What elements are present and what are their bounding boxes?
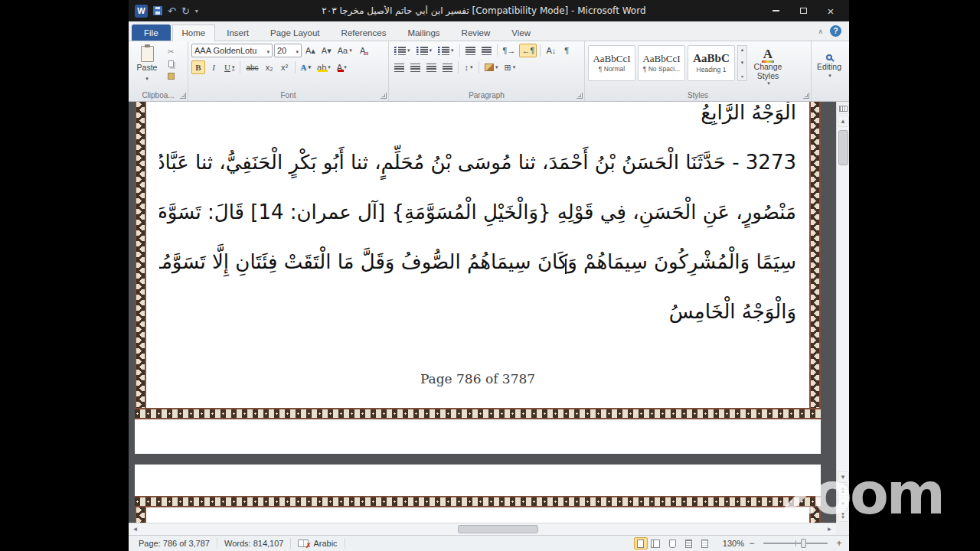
strikethrough-button[interactable]: abc bbox=[243, 60, 260, 74]
page-787-top[interactable] bbox=[135, 465, 821, 523]
tab-view[interactable]: View bbox=[501, 24, 541, 41]
shading-button[interactable] bbox=[482, 60, 501, 74]
styles-gallery-more-icon[interactable]: ▾ bbox=[741, 73, 743, 79]
superscript-button[interactable]: x² bbox=[278, 60, 292, 74]
ornamental-border-left-next-page bbox=[135, 507, 146, 523]
document-text[interactable]: الْوَجْهُ الرَّابِعُ 3273 - حَدَّثَنَا ا… bbox=[159, 102, 796, 337]
tab-mailings[interactable]: Mailings bbox=[397, 24, 449, 41]
collapse-ribbon-icon[interactable]: ∧ bbox=[818, 28, 823, 35]
show-paragraph-marks-button[interactable]: ¶ bbox=[560, 44, 573, 57]
zoom-level[interactable]: 130% bbox=[723, 539, 744, 548]
clear-formatting-button[interactable]: A bbox=[356, 44, 370, 57]
line-spacing-button[interactable]: ↕ bbox=[462, 60, 475, 74]
draft-view-button[interactable] bbox=[698, 537, 712, 549]
repeat-icon[interactable]: ↻ bbox=[181, 6, 190, 16]
style-normal[interactable]: AaBbCcI ¶ Normal bbox=[588, 45, 635, 81]
grow-font-button[interactable]: A▴ bbox=[303, 44, 318, 57]
maximize-button[interactable] bbox=[791, 3, 815, 18]
styles-scroll-down-icon[interactable]: ▼ bbox=[740, 60, 745, 65]
tab-insert[interactable]: Insert bbox=[217, 24, 259, 41]
justify-button[interactable] bbox=[440, 60, 455, 74]
paste-button[interactable]: Paste bbox=[132, 44, 162, 90]
clipboard-group-label: Clipboa... bbox=[142, 91, 174, 99]
style-name: Heading 1 bbox=[697, 66, 727, 73]
word-logo-icon[interactable]: W bbox=[135, 5, 148, 18]
bullets-button[interactable] bbox=[392, 44, 413, 57]
full-screen-reading-view-button[interactable] bbox=[650, 537, 664, 549]
ruler-toggle-button[interactable] bbox=[838, 103, 849, 114]
borders-button[interactable]: ⊞ bbox=[502, 60, 518, 74]
shrink-font-button[interactable]: A▾ bbox=[319, 44, 334, 57]
font-name-select[interactable]: AAA GoldenLotu bbox=[191, 44, 273, 57]
styles-gallery-scrollbar[interactable]: ▲ ▼ ▾ bbox=[737, 45, 747, 81]
save-icon[interactable] bbox=[153, 6, 162, 15]
highlight-color-button[interactable]: ab bbox=[315, 60, 333, 74]
change-styles-button[interactable]: A Change Styles bbox=[747, 44, 789, 90]
print-layout-view-button[interactable] bbox=[634, 537, 648, 549]
clipboard-group: Paste ✂ Clipboa... bbox=[129, 41, 188, 101]
font-color-button[interactable]: A bbox=[335, 60, 349, 74]
text-line: 3273 - حَدَّثَنَا الْحَسَنُ بْنُ أَحْمَد… bbox=[159, 138, 796, 187]
minimize-button[interactable] bbox=[763, 3, 788, 18]
tab-references[interactable]: References bbox=[332, 24, 397, 41]
align-center-button[interactable] bbox=[408, 60, 423, 74]
zoom-in-button[interactable]: + bbox=[834, 538, 844, 549]
paragraph-dialog-launcher[interactable] bbox=[577, 93, 583, 99]
format-painter-icon[interactable] bbox=[165, 70, 177, 81]
separator bbox=[540, 44, 541, 57]
scroll-up-button[interactable]: ▲ bbox=[838, 116, 849, 127]
font-dialog-launcher[interactable] bbox=[381, 93, 387, 99]
tab-file[interactable]: File bbox=[132, 24, 171, 41]
clipboard-dialog-launcher[interactable] bbox=[180, 93, 186, 99]
bold-button[interactable]: B bbox=[191, 60, 205, 74]
help-icon[interactable]: ? bbox=[830, 25, 841, 37]
close-button[interactable]: × bbox=[818, 3, 843, 18]
tab-page-layout[interactable]: Page Layout bbox=[260, 24, 330, 41]
vertical-scrollbar[interactable]: ▲ ▼ ▲▲ ● ▼▼ bbox=[836, 102, 849, 523]
rtl-direction-button[interactable]: ←¶ bbox=[519, 44, 537, 57]
zoom-out-button[interactable]: − bbox=[746, 538, 757, 549]
editing-button[interactable]: Editing bbox=[815, 44, 844, 90]
align-left-button[interactable] bbox=[392, 60, 407, 74]
ribbon-tab-bar: File Home Insert Page Layout References … bbox=[129, 21, 849, 41]
font-size-select[interactable]: 20 bbox=[274, 44, 302, 57]
align-left-icon bbox=[394, 64, 404, 72]
word-count[interactable]: Words: 814,107 bbox=[217, 538, 291, 549]
ltr-direction-button[interactable]: ¶→ bbox=[501, 44, 518, 57]
change-case-button[interactable]: Aa bbox=[335, 44, 354, 57]
undo-icon[interactable]: ↶ bbox=[168, 6, 176, 16]
multilevel-list-button[interactable] bbox=[436, 44, 456, 57]
separator bbox=[295, 61, 296, 73]
qat-customize-icon[interactable]: ▾ bbox=[195, 8, 198, 15]
page-786[interactable]: الْوَجْهُ الرَّابِعُ 3273 - حَدَّثَنَا ا… bbox=[135, 102, 821, 454]
styles-scroll-up-icon[interactable]: ▲ bbox=[740, 47, 745, 52]
zoom-slider-thumb[interactable] bbox=[801, 539, 806, 548]
sort-button[interactable]: A↓ bbox=[544, 44, 558, 57]
document-area[interactable]: الْوَجْهُ الرَّابِعُ 3273 - حَدَّثَنَا ا… bbox=[129, 102, 849, 523]
style-heading-1[interactable]: AaBbC Heading 1 bbox=[688, 45, 735, 81]
tab-home[interactable]: Home bbox=[172, 24, 216, 41]
numbering-button[interactable] bbox=[414, 44, 435, 57]
decrease-indent-button[interactable] bbox=[463, 44, 478, 57]
page-indicator[interactable]: Page: 786 of 3,787 bbox=[132, 538, 217, 549]
cut-icon[interactable]: ✂ bbox=[165, 46, 177, 57]
zoom-slider[interactable] bbox=[763, 543, 828, 544]
increase-indent-button[interactable] bbox=[479, 44, 494, 57]
vertical-scroll-thumb[interactable] bbox=[838, 130, 848, 165]
style-no-spacing[interactable]: AaBbCcI ¶ No Spaci... bbox=[638, 45, 685, 81]
styles-dialog-launcher[interactable] bbox=[803, 93, 809, 99]
web-layout-view-button[interactable] bbox=[666, 537, 680, 549]
horizontal-scroll-thumb[interactable] bbox=[458, 525, 538, 533]
scroll-left-button[interactable]: ◄ bbox=[129, 523, 142, 535]
proofing-language[interactable]: ✗ Arabic bbox=[291, 538, 345, 549]
copy-icon[interactable] bbox=[165, 58, 177, 69]
outline-view-button[interactable] bbox=[682, 537, 696, 549]
horizontal-scrollbar[interactable]: ◄ ► bbox=[129, 523, 836, 535]
font-group-label: Font bbox=[280, 91, 296, 99]
subscript-button[interactable]: x₂ bbox=[263, 60, 276, 74]
italic-button[interactable]: I bbox=[207, 60, 220, 74]
underline-button[interactable]: U bbox=[222, 60, 237, 74]
align-right-button[interactable] bbox=[424, 60, 439, 74]
text-effects-button[interactable]: A bbox=[299, 60, 313, 74]
tab-review[interactable]: Review bbox=[452, 24, 501, 41]
